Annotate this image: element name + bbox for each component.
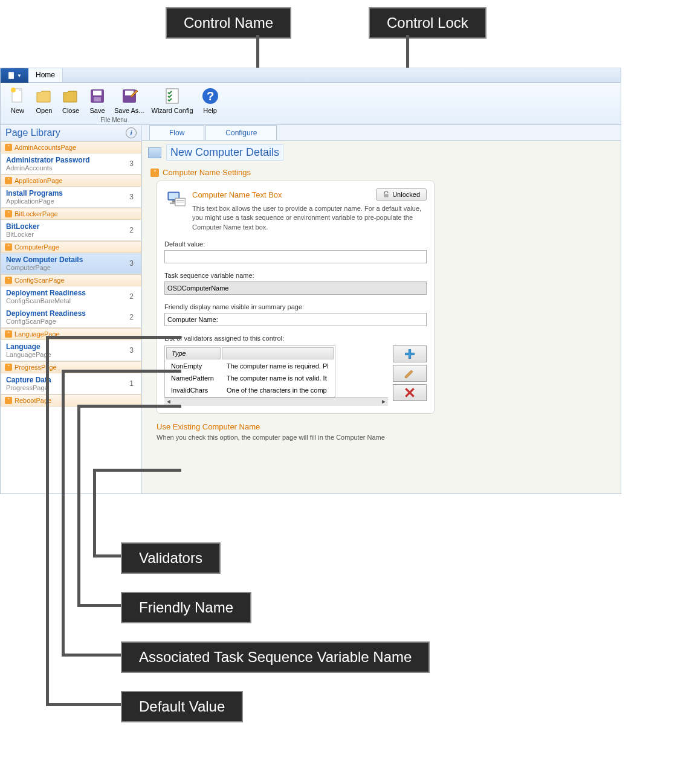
validator-msg: One of the characters in the comp [222, 385, 334, 396]
page-item-name: Language [6, 342, 51, 351]
validator-row[interactable]: InvalidCharsOne of the characters in the… [166, 385, 334, 396]
page-item-name: Install Programs [6, 189, 63, 198]
ribbon-help[interactable]: ? Help [197, 85, 224, 115]
page-item-sub: ComputerPage [6, 264, 83, 271]
validator-delete-button[interactable] [393, 384, 427, 401]
info-icon[interactable]: i [126, 127, 137, 138]
page-library-item[interactable]: Capture DataProgressPage1 [1, 373, 141, 394]
sidebar: Page Library i ˄AdminAccountsPageAdminis… [1, 125, 142, 493]
scroll-area[interactable]: ˄ Computer Name Settings Computer Name T… [142, 164, 621, 493]
folder-open-icon [34, 86, 54, 106]
validators-col-msg[interactable] [222, 347, 334, 359]
validator-row[interactable]: NonEmptyThe computer name is required. P… [166, 361, 334, 371]
validator-type: NamedPattern [166, 373, 221, 384]
category-header[interactable]: ˄AdminAccountsPage [1, 141, 141, 153]
page-header-icon [148, 147, 161, 158]
callout-line [77, 405, 181, 408]
delete-x-icon [404, 387, 416, 399]
page-item-sub: ConfigScanPage [6, 318, 86, 325]
validator-add-button[interactable] [393, 345, 427, 362]
chevron-up-icon: ˄ [5, 397, 12, 404]
page-item-count: 3 [129, 159, 134, 168]
validators-col-type[interactable]: Type [166, 347, 221, 359]
page-library-item[interactable]: Deployment ReadinessConfigScanBareMetal2 [1, 286, 141, 307]
content-area: Flow Configure New Computer Details ˄ Co… [142, 125, 621, 493]
validators-hscroll[interactable]: ◄► [164, 397, 388, 406]
page-item-sub: ProgressPage [6, 384, 51, 391]
chevron-up-icon: ˄ [5, 364, 12, 371]
tab-home[interactable]: Home [28, 68, 63, 82]
new-file-icon [8, 86, 27, 106]
callout-line [77, 604, 121, 607]
category-header[interactable]: ˄ApplicationPage [1, 175, 141, 187]
ribbon-save[interactable]: Save [84, 85, 111, 115]
subtab-configure[interactable]: Configure [205, 125, 277, 140]
ribbon-group-label: File Menu [4, 117, 224, 123]
default-value-input[interactable] [164, 250, 427, 263]
category-header[interactable]: ˄BitLockerPage [1, 208, 141, 220]
category-name: BitLockerPage [15, 210, 58, 217]
callout-line [62, 654, 121, 657]
chevron-up-icon: ˄ [5, 177, 12, 184]
callout-assoc-var: Associated Task Sequence Variable Name [121, 641, 430, 673]
ribbon-close[interactable]: Close [57, 85, 84, 115]
friendly-name-input[interactable] [164, 313, 427, 326]
office-menu-button[interactable]: ▼ [1, 68, 28, 83]
svg-text:?: ? [207, 89, 214, 103]
validator-row[interactable]: NamedPatternThe computer name is not val… [166, 373, 334, 384]
page-item-name: BitLocker [6, 222, 39, 231]
use-existing-desc: When you check this option, the computer… [157, 434, 612, 441]
page-list[interactable]: ˄AdminAccountsPageAdministrator Password… [1, 141, 141, 493]
validator-msg: The computer name is required. Pl [222, 361, 334, 371]
ribbon-wizard-config[interactable]: Wizard Config [148, 85, 197, 115]
callout-default-value: Default Value [121, 691, 243, 722]
callout-control-lock: Control Lock [369, 7, 486, 39]
ribbon-save-as[interactable]: Save As... [111, 85, 148, 115]
svg-rect-20 [384, 194, 389, 197]
pencil-icon [404, 367, 416, 379]
callout-line [93, 554, 121, 557]
page-library-item[interactable]: BitLockerBitLocker2 [1, 220, 141, 240]
svg-rect-7 [94, 97, 101, 101]
help-icon: ? [201, 86, 220, 106]
page-item-name: Deployment Readiness [6, 309, 86, 318]
validators-table[interactable]: Type NonEmptyThe computer name is requir… [164, 345, 335, 397]
page-library-item[interactable]: Administrator PasswordAdminAccounts3 [1, 153, 141, 174]
section-header[interactable]: ˄ Computer Name Settings [148, 164, 612, 181]
page-item-count: 1 [129, 379, 134, 388]
chevron-up-icon: ˄ [150, 169, 159, 177]
callout-line [46, 703, 121, 706]
callout-line [93, 469, 181, 472]
category-name: AdminAccountsPage [15, 144, 76, 151]
page-item-count: 3 [129, 193, 134, 201]
svg-rect-6 [93, 91, 102, 95]
page-library-item[interactable]: LanguageLanguagePage3 [1, 340, 141, 361]
category-name: ComputerPage [15, 243, 59, 251]
lock-button[interactable]: Unlocked [376, 188, 427, 201]
page-library-item[interactable]: Deployment ReadinessConfigScanPage2 [1, 307, 141, 327]
page-item-name: Capture Data [6, 376, 51, 384]
plus-icon [404, 348, 416, 360]
category-header[interactable]: ˄ConfigScanPage [1, 274, 141, 286]
chevron-up-icon: ˄ [5, 277, 12, 284]
page-item-name: Deployment Readiness [6, 289, 86, 297]
control-title: Computer Name Text Box [192, 190, 282, 199]
ribbon-new[interactable]: New [4, 85, 31, 115]
document-icon [7, 71, 16, 80]
chevron-up-icon: ˄ [5, 210, 12, 217]
chevron-up-icon: ˄ [5, 243, 12, 251]
page-library-item[interactable]: New Computer DetailsComputerPage3 [1, 253, 141, 274]
ribbon-group-file: New Open Close Save Save As... [4, 85, 224, 123]
validator-edit-button[interactable] [393, 365, 427, 382]
page-item-sub: AdminAccounts [6, 164, 90, 172]
category-name: ConfigScanPage [15, 277, 65, 284]
page-library-item[interactable]: Install ProgramsApplicationPage3 [1, 187, 141, 207]
subtab-flow[interactable]: Flow [149, 125, 204, 140]
save-icon [88, 86, 107, 106]
category-header[interactable]: ˄ComputerPage [1, 241, 141, 253]
computer-icon [164, 188, 186, 210]
page-item-count: 2 [129, 313, 134, 321]
ribbon-open[interactable]: Open [31, 85, 57, 115]
callout-line [46, 336, 49, 705]
callout-line [77, 405, 80, 606]
